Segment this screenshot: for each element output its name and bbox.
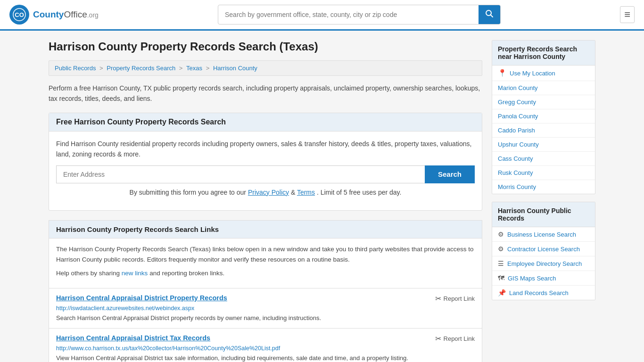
nearby-county-7: Rusk County xyxy=(492,166,595,180)
nearby-section-header: Property Records Search near Harrison Co… xyxy=(492,41,595,66)
new-links-link[interactable]: new links xyxy=(122,270,148,277)
main-container: Harrison County Property Records Search … xyxy=(39,40,605,362)
business-license-link[interactable]: Business License Search xyxy=(507,231,576,238)
address-search-button[interactable]: Search xyxy=(425,165,475,183)
breadcrumb-sep-3: > xyxy=(206,65,211,72)
nearby-county-1: Marion County xyxy=(492,81,595,95)
page-title: Harrison County Property Records Search … xyxy=(49,40,482,53)
link-entry-2-title[interactable]: Harrison Central Appraisal District Tax … xyxy=(56,334,210,342)
public-records-item-4: 🗺 GIS Maps Search xyxy=(492,271,595,286)
breadcrumb-sep-2: > xyxy=(179,65,184,72)
contractor-license-link[interactable]: Contractor License Search xyxy=(507,246,580,253)
use-my-location-item[interactable]: 📍 Use My Location xyxy=(492,66,595,81)
pin-icon: 📍 xyxy=(498,69,507,77)
nearby-county-link-6[interactable]: Cass County xyxy=(498,155,533,162)
link-entry-2-url[interactable]: http://www.co.harrison.tx.us/tax%20colle… xyxy=(56,345,475,352)
link-entry-1-desc: Search Harrison Central Appraisal Distri… xyxy=(56,313,475,323)
report-link-label-1: Report Link xyxy=(444,295,475,302)
link-entry-2: Harrison Central Appraisal District Tax … xyxy=(49,328,482,362)
gis-maps-icon: 🗺 xyxy=(498,274,504,282)
logo-name: County xyxy=(33,9,64,19)
contractor-license-icon: ⚙ xyxy=(498,245,504,253)
breadcrumb-public-records[interactable]: Public Records xyxy=(55,65,96,72)
report-link-btn-2[interactable]: ✂ Report Link xyxy=(435,334,475,343)
report-icon-1: ✂ xyxy=(435,294,441,303)
breadcrumb: Public Records > Property Records Search… xyxy=(49,60,482,76)
link-entry-1-header: Harrison Central Appraisal District Prop… xyxy=(56,294,475,303)
nearby-county-3: Panola County xyxy=(492,109,595,123)
public-records-header: Harrison County Public Records xyxy=(492,202,595,227)
links-section-header: Harrison County Property Records Search … xyxy=(49,220,482,238)
page-description: Perform a free Harrison County, TX publi… xyxy=(49,83,482,104)
report-link-label-2: Report Link xyxy=(444,335,475,342)
logo-office: Office xyxy=(64,9,87,19)
header-search-button[interactable] xyxy=(479,5,500,24)
employee-directory-link[interactable]: Employee Directory Search xyxy=(507,260,582,267)
report-link-btn-1[interactable]: ✂ Report Link xyxy=(435,294,475,303)
nearby-county-link-3[interactable]: Panola County xyxy=(498,113,538,120)
report-icon-2: ✂ xyxy=(435,334,441,343)
links-help-prefix: Help others by sharing xyxy=(56,270,120,277)
disclaimer-limit: . xyxy=(317,189,321,196)
content-area: Harrison County Property Records Search … xyxy=(49,40,482,362)
links-help-text: Help others by sharing new links and rep… xyxy=(56,268,475,279)
sidebar: Property Records Search near Harrison Co… xyxy=(492,40,595,362)
nearby-county-2: Gregg County xyxy=(492,95,595,109)
land-records-icon: 📌 xyxy=(498,289,506,296)
link-entry-2-desc: View Harrison Central Appraisal District… xyxy=(56,354,475,362)
disclaimer-limit-text: Limit of 5 free uses per day. xyxy=(321,189,402,196)
nearby-section: Property Records Search near Harrison Co… xyxy=(492,40,595,194)
links-intro: The Harrison County Property Records Sea… xyxy=(49,238,482,288)
link-entry-2-header: Harrison Central Appraisal District Tax … xyxy=(56,334,475,343)
nearby-county-link-2[interactable]: Gregg County xyxy=(498,99,536,106)
nearby-county-link-5[interactable]: Upshur County xyxy=(498,141,539,148)
link-entry-1-url[interactable]: http://iswdataclient.azurewebsites.net/w… xyxy=(56,305,475,312)
use-my-location-link[interactable]: Use My Location xyxy=(510,70,555,77)
header-search-input[interactable] xyxy=(218,7,479,23)
nearby-county-8: Morris County xyxy=(492,180,595,194)
logo-area: CO CountyOffice.org xyxy=(9,5,99,25)
gis-maps-link[interactable]: GIS Maps Search xyxy=(508,275,556,282)
svg-line-3 xyxy=(491,15,493,17)
breadcrumb-sep-1: > xyxy=(99,65,105,72)
breadcrumb-harrison-county[interactable]: Harrison County xyxy=(213,65,257,72)
site-header: CO CountyOffice.org ≡ xyxy=(0,0,644,31)
nearby-county-link-1[interactable]: Marion County xyxy=(498,84,538,91)
form-disclaimer: By submitting this form you agree to our… xyxy=(56,187,475,197)
logo-text-area: CountyOffice.org xyxy=(33,9,99,20)
logo-icon: CO xyxy=(9,5,29,25)
business-license-icon: ⚙ xyxy=(498,230,504,238)
header-search-bar[interactable] xyxy=(218,5,501,25)
public-records-item-1: ⚙ Business License Search xyxy=(492,227,595,242)
public-records-item-3: ☰ Employee Directory Search xyxy=(492,256,595,271)
link-entry-1-title[interactable]: Harrison Central Appraisal District Prop… xyxy=(56,294,227,302)
svg-text:CO: CO xyxy=(15,11,24,18)
logo-domain: .org xyxy=(87,11,99,19)
links-section: Harrison County Property Records Search … xyxy=(49,220,482,362)
land-records-link[interactable]: Land Records Search xyxy=(509,289,569,296)
address-input[interactable] xyxy=(56,165,425,183)
public-records-item-2: ⚙ Contractor License Search xyxy=(492,242,595,256)
nearby-county-link-4[interactable]: Caddo Parish xyxy=(498,127,535,134)
terms-link[interactable]: Terms xyxy=(297,189,315,196)
nearby-county-4: Caddo Parish xyxy=(492,123,595,138)
hamburger-menu[interactable]: ≡ xyxy=(620,6,635,23)
free-search-header: Free Harrison County Property Records Se… xyxy=(49,113,482,132)
breadcrumb-texas[interactable]: Texas xyxy=(186,65,202,72)
free-search-body: Find Harrison County residential propert… xyxy=(49,132,482,210)
nearby-county-link-8[interactable]: Morris County xyxy=(498,183,536,190)
link-entry-1: Harrison Central Appraisal District Prop… xyxy=(49,288,482,329)
disclaimer-text: By submitting this form you agree to our xyxy=(130,189,246,196)
nearby-county-6: Cass County xyxy=(492,152,595,166)
links-report-suffix: and reporting broken links. xyxy=(149,270,224,277)
privacy-policy-link[interactable]: Privacy Policy xyxy=(248,189,289,196)
breadcrumb-property-records-search[interactable]: Property Records Search xyxy=(107,65,175,72)
public-records-section: Harrison County Public Records ⚙ Busines… xyxy=(492,202,595,300)
employee-directory-icon: ☰ xyxy=(498,260,504,267)
nearby-county-link-7[interactable]: Rusk County xyxy=(498,169,533,176)
disclaimer-amp: & xyxy=(291,189,297,196)
free-search-section: Free Harrison County Property Records Se… xyxy=(49,113,482,211)
nearby-county-5: Upshur County xyxy=(492,138,595,152)
address-search-form: Search xyxy=(56,165,475,183)
public-records-item-5: 📌 Land Records Search xyxy=(492,286,595,300)
